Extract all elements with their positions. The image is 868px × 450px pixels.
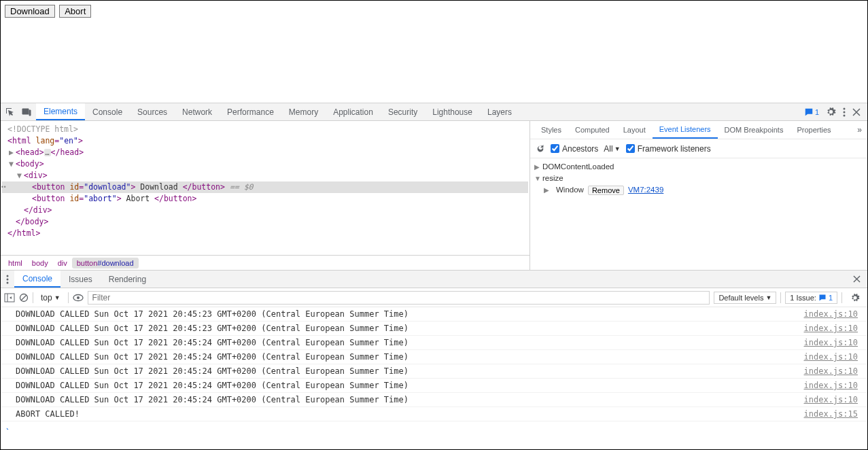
listener-target-name: Window [556, 184, 584, 196]
download-button[interactable]: Download [5, 5, 55, 18]
drawer-tab-strip: Console Issues Rendering [1, 270, 867, 288]
crumb-button[interactable]: button#download [72, 258, 139, 269]
expand-toggle-icon[interactable]: ▶ [544, 184, 552, 196]
log-source-link[interactable]: index.js:10 [804, 336, 858, 349]
tab-network[interactable]: Network [175, 103, 220, 120]
expand-toggle-icon[interactable]: ▼ [9, 158, 16, 170]
dom-node[interactable]: <button id="abort"> Abort </button> [2, 193, 528, 205]
console-log-row[interactable]: DOWNLOAD CALLED Sun Oct 17 2021 20:45:23… [1, 307, 867, 322]
drawer-close-icon[interactable] [846, 271, 867, 288]
ancestors-checkbox[interactable]: Ancestors [551, 144, 598, 154]
head-ellipsis[interactable]: … [44, 149, 51, 156]
device-toggle-icon[interactable] [21, 107, 32, 118]
more-icon[interactable] [843, 107, 846, 117]
console-filter-input[interactable] [88, 291, 710, 305]
tab-layers[interactable]: Layers [480, 103, 519, 120]
crumb-html[interactable]: html [3, 258, 27, 269]
listeners-toolbar: Ancestors All ▼ Framework listeners [530, 139, 867, 158]
messages-icon[interactable]: 1 [804, 107, 819, 117]
devtools-tab-strip: Elements Console Sources Network Perform… [1, 103, 867, 121]
ancestors-checkbox-input[interactable] [551, 144, 559, 153]
log-message: DOWNLOAD CALLED Sun Oct 17 2021 20:45:24… [16, 350, 804, 364]
doctype-node[interactable]: <!DOCTYPE html> [7, 124, 78, 134]
tab-console[interactable]: Console [85, 103, 130, 120]
drawer-tab-console[interactable]: Console [14, 271, 60, 288]
scope-dropdown[interactable]: All ▼ [604, 144, 620, 154]
sidebar-tab-layout[interactable]: Layout [617, 121, 653, 139]
log-message: DOWNLOAD CALLED Sun Oct 17 2021 20:45:24… [16, 379, 804, 392]
inspect-icon[interactable] [5, 107, 16, 118]
sidebar-tab-styles[interactable]: Styles [534, 121, 568, 139]
console-log-row[interactable]: ABORT CALLED!index.js:15 [1, 407, 867, 421]
expand-toggle-icon[interactable]: ▼ [17, 170, 24, 181]
log-source-link[interactable]: index.js:10 [804, 350, 858, 364]
crumb-body[interactable]: body [27, 258, 53, 269]
listeners-list: ▶DOMContentLoaded ▼resize ▶ Window Remov… [530, 158, 867, 270]
breadcrumb: html body div button#download [1, 255, 530, 270]
dom-tree[interactable]: <!DOCTYPE html> <html lang="en"> ▶<head>… [1, 121, 530, 255]
console-log-row[interactable]: DOWNLOAD CALLED Sun Oct 17 2021 20:45:24… [1, 336, 867, 350]
toggle-sidebar-icon[interactable] [4, 293, 15, 302]
log-message: DOWNLOAD CALLED Sun Oct 17 2021 20:45:23… [16, 322, 804, 335]
sidebar-tab-computed[interactable]: Computed [568, 121, 617, 139]
tab-sources[interactable]: Sources [130, 103, 175, 120]
selected-dom-node[interactable]: <button id="download"> Download </button… [2, 181, 528, 193]
tab-security[interactable]: Security [381, 103, 425, 120]
console-log-row[interactable]: DOWNLOAD CALLED Sun Oct 17 2021 20:45:23… [1, 322, 867, 336]
listener-event[interactable]: ▼resize [534, 173, 863, 184]
settings-gear-icon[interactable] [826, 107, 836, 117]
console-log-row[interactable]: DOWNLOAD CALLED Sun Oct 17 2021 20:45:24… [1, 393, 867, 407]
tab-application[interactable]: Application [326, 103, 381, 120]
expand-toggle-icon[interactable]: ▼ [534, 173, 542, 184]
sidebar-tab-event-listeners[interactable]: Event Listeners [653, 121, 718, 139]
console-prompt-icon[interactable]: › [1, 421, 867, 430]
tab-memory[interactable]: Memory [281, 103, 326, 120]
log-message: DOWNLOAD CALLED Sun Oct 17 2021 20:45:23… [16, 307, 804, 321]
tab-performance[interactable]: Performance [220, 103, 281, 120]
tab-elements[interactable]: Elements [36, 103, 85, 120]
page-viewport: Download Abort [1, 1, 867, 103]
framework-checkbox-input[interactable] [626, 144, 635, 153]
context-selector[interactable]: top ▼ [37, 292, 64, 304]
framework-listeners-checkbox[interactable]: Framework listeners [626, 144, 711, 154]
log-source-link[interactable]: index.js:10 [804, 322, 858, 335]
abort-button[interactable]: Abort [59, 5, 91, 18]
drawer-tab-issues[interactable]: Issues [60, 271, 101, 288]
console-log-row[interactable]: DOWNLOAD CALLED Sun Oct 17 2021 20:45:24… [1, 364, 867, 379]
log-source-link[interactable]: index.js:15 [804, 407, 858, 421]
console-toolbar: top ▼ Default levels ▼ 1 Issue: 1 [1, 288, 867, 307]
svg-point-2 [844, 114, 846, 116]
expand-toggle-icon[interactable]: ▶ [534, 161, 542, 173]
log-message: ABORT CALLED! [16, 407, 804, 421]
issues-button[interactable]: 1 Issue: 1 [785, 292, 837, 304]
svg-point-11 [77, 296, 80, 299]
log-source-link[interactable]: index.js:10 [804, 364, 858, 378]
sidebar-tab-dom-breakpoints[interactable]: DOM Breakpoints [718, 121, 791, 139]
console-log-row[interactable]: DOWNLOAD CALLED Sun Oct 17 2021 20:45:24… [1, 350, 867, 364]
svg-point-5 [7, 281, 9, 283]
sidebar-tab-properties[interactable]: Properties [790, 121, 837, 139]
live-expression-icon[interactable] [73, 294, 84, 302]
crumb-div[interactable]: div [53, 258, 72, 269]
log-levels-dropdown[interactable]: Default levels ▼ [714, 292, 776, 304]
remove-listener-button[interactable]: Remove [588, 186, 624, 195]
log-message: DOWNLOAD CALLED Sun Oct 17 2021 20:45:24… [16, 393, 804, 406]
listener-source-link[interactable]: VM7:2439 [628, 184, 663, 196]
log-source-link[interactable]: index.js:10 [804, 379, 858, 392]
drawer-more-icon[interactable] [1, 271, 14, 288]
log-source-link[interactable]: index.js:10 [804, 393, 858, 406]
svg-point-0 [844, 107, 846, 109]
expand-toggle-icon[interactable]: ▶ [9, 147, 16, 158]
tab-lighthouse[interactable]: Lighthouse [425, 103, 480, 120]
drawer-tab-rendering[interactable]: Rendering [101, 271, 154, 288]
console-log-row[interactable]: DOWNLOAD CALLED Sun Oct 17 2021 20:45:24… [1, 379, 867, 393]
close-devtools-icon[interactable] [852, 108, 861, 116]
svg-line-9 [21, 295, 27, 300]
console-output[interactable]: DOWNLOAD CALLED Sun Oct 17 2021 20:45:23… [1, 307, 867, 430]
listener-event[interactable]: ▶DOMContentLoaded [534, 161, 863, 173]
refresh-icon[interactable] [536, 144, 545, 154]
clear-console-icon[interactable] [19, 293, 29, 302]
sidebar-overflow-icon[interactable]: » [852, 121, 867, 139]
log-source-link[interactable]: index.js:10 [804, 307, 858, 321]
console-settings-icon[interactable] [846, 293, 864, 302]
